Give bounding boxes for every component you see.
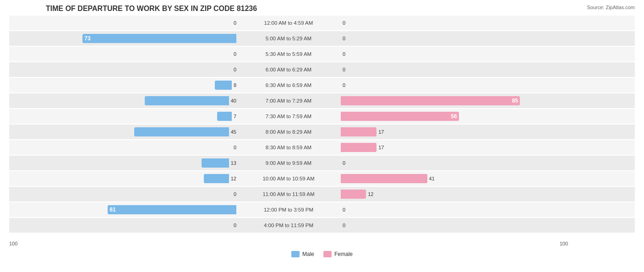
female-value-outside: 17 <box>378 145 384 150</box>
right-bar-area: 0 <box>339 205 568 214</box>
table-row: 0 8:30 AM to 8:59 AM 17 <box>9 140 635 155</box>
legend-male: Male <box>291 251 314 257</box>
female-value: 56 <box>451 113 457 120</box>
female-bar <box>341 143 377 152</box>
time-label: 5:30 AM to 5:59 AM <box>238 51 339 57</box>
male-bar: 61 <box>108 205 236 214</box>
legend: Male Female <box>9 251 635 257</box>
left-bar-area: 12 <box>9 174 238 183</box>
axis-label-left: 100 <box>9 241 17 246</box>
right-bar-area: 0 <box>339 49 568 59</box>
time-label: 12:00 AM to 4:59 AM <box>238 20 339 26</box>
time-label: 8:00 AM to 8:29 AM <box>238 129 339 135</box>
chart-area: 0 12:00 AM to 4:59 AM 0 73 5:00 AM to 5:… <box>9 16 635 237</box>
female-value-outside: 0 <box>343 207 345 212</box>
legend-male-box <box>291 251 300 257</box>
time-label: 7:00 AM to 7:29 AM <box>238 98 339 103</box>
left-bar-area: 0 <box>9 18 238 27</box>
left-bar-area: 45 <box>9 127 238 136</box>
left-bar-area: 73 <box>9 34 238 43</box>
time-label: 9:00 AM to 9:59 AM <box>238 160 339 166</box>
legend-male-label: Male <box>302 251 314 257</box>
male-bar <box>204 174 229 183</box>
left-bar-area: 40 <box>9 96 238 105</box>
right-bar-area: 41 <box>339 174 568 183</box>
table-row: 0 5:30 AM to 5:59 AM 0 <box>9 47 635 61</box>
table-row: 8 6:30 AM to 6:59 AM 0 <box>9 78 635 92</box>
chart-title: TIME OF DEPARTURE TO WORK BY SEX IN ZIP … <box>9 5 635 13</box>
female-value-outside: 41 <box>429 176 435 181</box>
male-bar <box>134 127 229 136</box>
female-value-outside: 0 <box>343 51 345 57</box>
male-value-outside: 12 <box>231 176 236 181</box>
legend-female: Female <box>323 251 353 257</box>
female-bar <box>341 190 366 199</box>
time-label: 10:00 AM to 10:59 AM <box>238 176 339 181</box>
male-value-outside: 8 <box>234 82 236 88</box>
axis-right: 100 <box>339 241 568 246</box>
left-bar-area: 0 <box>9 143 238 152</box>
male-value-outside: 0 <box>234 67 236 72</box>
left-bar-area: 7 <box>9 112 238 121</box>
table-row: 40 7:00 AM to 7:29 AM 85 <box>9 93 635 108</box>
right-bar-area: 0 <box>339 34 568 43</box>
female-value-outside: 0 <box>343 82 345 88</box>
right-bar-area: 0 <box>339 221 568 230</box>
source-text: Source: ZipAtlas.com <box>587 5 635 10</box>
axis-left: 100 <box>9 241 238 246</box>
female-value-outside: 0 <box>343 223 345 228</box>
right-bar-area: 0 <box>339 158 568 168</box>
female-value-outside: 0 <box>343 160 345 166</box>
time-label: 7:30 AM to 7:59 AM <box>238 114 339 119</box>
table-row: 13 9:00 AM to 9:59 AM 0 <box>9 156 635 170</box>
chart-container: TIME OF DEPARTURE TO WORK BY SEX IN ZIP … <box>0 0 644 272</box>
time-label: 8:30 AM to 8:59 AM <box>238 145 339 150</box>
male-value-outside: 7 <box>234 114 236 119</box>
time-label: 6:00 AM to 6:29 AM <box>238 67 339 72</box>
right-bar-area: 0 <box>339 81 568 90</box>
right-bar-area: 85 <box>339 96 568 105</box>
time-label: 4:00 PM to 11:59 PM <box>238 223 339 228</box>
male-value-outside: 0 <box>234 223 236 228</box>
female-bar <box>341 174 427 183</box>
male-bar: 73 <box>82 34 236 43</box>
table-row: 73 5:00 AM to 5:29 AM 0 <box>9 31 635 46</box>
male-value-outside: 13 <box>231 160 236 166</box>
female-bar: 85 <box>341 96 520 105</box>
table-row: 0 12:00 AM to 4:59 AM 0 <box>9 16 635 30</box>
left-bar-area: 0 <box>9 49 238 59</box>
legend-female-label: Female <box>334 251 353 257</box>
male-value-outside: 0 <box>234 51 236 57</box>
male-bar <box>145 96 229 105</box>
right-bar-area: 56 <box>339 112 568 121</box>
male-value: 73 <box>84 35 90 42</box>
male-value-outside: 45 <box>231 129 236 135</box>
right-bar-area: 0 <box>339 65 568 74</box>
female-value-outside: 0 <box>343 67 345 72</box>
left-bar-area: 0 <box>9 190 238 199</box>
female-value-outside: 12 <box>368 191 373 197</box>
male-bar <box>215 81 232 90</box>
table-row: 0 11:00 AM to 11:59 AM 12 <box>9 187 635 201</box>
left-bar-area: 13 <box>9 158 238 168</box>
male-value: 61 <box>109 207 115 213</box>
right-bar-area: 0 <box>339 18 568 27</box>
right-bar-area: 12 <box>339 190 568 199</box>
female-value-outside: 0 <box>343 36 345 41</box>
male-bar <box>202 158 229 168</box>
time-label: 12:00 PM to 3:59 PM <box>238 207 339 212</box>
female-value-outside: 17 <box>378 129 384 135</box>
time-label: 5:00 AM to 5:29 AM <box>238 36 339 41</box>
right-bar-area: 17 <box>339 143 568 152</box>
male-value-outside: 0 <box>234 145 236 150</box>
female-value: 85 <box>512 98 518 104</box>
table-row: 0 6:00 AM to 6:29 AM 0 <box>9 62 635 77</box>
axis-row: 100 100 <box>9 239 635 248</box>
left-bar-area: 8 <box>9 81 238 90</box>
table-row: 0 4:00 PM to 11:59 PM 0 <box>9 218 635 233</box>
left-bar-area: 0 <box>9 221 238 230</box>
female-value-outside: 0 <box>343 20 345 26</box>
left-bar-area: 0 <box>9 65 238 74</box>
right-bar-area: 17 <box>339 127 568 136</box>
male-value-outside: 40 <box>231 98 236 103</box>
